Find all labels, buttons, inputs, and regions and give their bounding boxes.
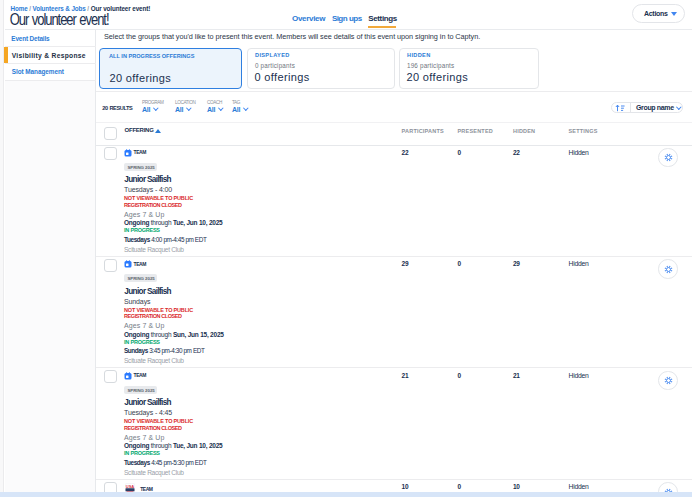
svg-text:USA: USA <box>126 483 135 488</box>
